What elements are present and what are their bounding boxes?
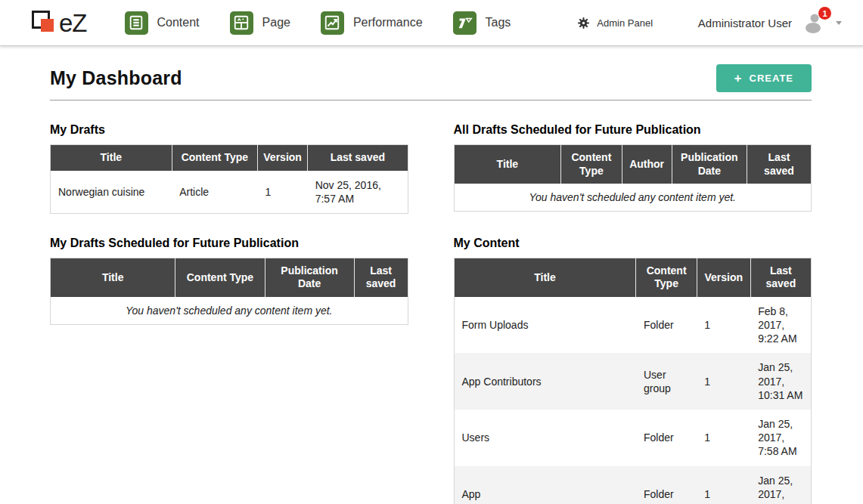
- chevron-down-icon[interactable]: [836, 21, 842, 25]
- admin-panel-button[interactable]: Admin Panel: [577, 17, 653, 29]
- table-row[interactable]: App ContributorsUser group1Jan 25, 2017,…: [454, 353, 812, 410]
- create-button[interactable]: + CREATE: [716, 64, 812, 92]
- user-menu[interactable]: Administrator User 1: [698, 12, 842, 33]
- my-drafts-table: TitleContent TypeVersionLast savedNorweg…: [50, 144, 408, 214]
- table-cell: 1: [697, 297, 750, 354]
- plus-icon: +: [734, 73, 743, 84]
- table-cell: Folder: [636, 466, 697, 504]
- column-header: Publication Date: [672, 145, 747, 184]
- gear-icon: [577, 17, 590, 29]
- table-cell: Jan 25, 2017, 10:31 AM: [750, 353, 811, 410]
- admin-panel-label: Admin Panel: [597, 17, 653, 29]
- table-cell: Feb 8, 2017, 9:22 AM: [750, 297, 811, 354]
- nav-label-performance: Performance: [353, 16, 423, 29]
- ez-logo-text: eZ: [59, 11, 87, 36]
- performance-icon: [321, 11, 344, 35]
- avatar[interactable]: 1: [802, 12, 825, 33]
- table-cell: App Contributors: [454, 353, 636, 410]
- section-my-drafts-scheduled: My Drafts Scheduled for Future Publicati…: [50, 237, 408, 504]
- column-header: Publication Date: [265, 258, 354, 297]
- column-header: Content Type: [172, 145, 257, 171]
- notification-badge[interactable]: 1: [818, 7, 831, 20]
- main-menu: Content Page Per: [125, 11, 511, 35]
- table-cell: Jan 25, 2017, 7:55 AM: [750, 466, 811, 504]
- table-cell: 1: [697, 466, 750, 504]
- table-cell: Norwegian cuisine: [51, 171, 172, 214]
- create-button-label: CREATE: [750, 73, 793, 84]
- table-cell: App: [454, 466, 636, 504]
- section-heading: My Drafts Scheduled for Future Publicati…: [50, 237, 408, 250]
- page-icon: [230, 11, 253, 35]
- ez-logo[interactable]: eZ: [30, 8, 87, 38]
- empty-state-message: You haven't scheduled any content item y…: [51, 297, 408, 325]
- ez-logo-icon: [30, 8, 59, 38]
- table-cell: Folder: [636, 297, 697, 354]
- table-row[interactable]: AppFolder1Jan 25, 2017, 7:55 AM: [454, 466, 812, 504]
- nav-item-performance[interactable]: Performance: [321, 11, 423, 35]
- table-row[interactable]: Norwegian cuisineArticle1Nov 25, 2016, 7…: [51, 171, 408, 214]
- nav-item-tags[interactable]: Tags: [453, 11, 511, 35]
- nav-label-page: Page: [262, 16, 290, 29]
- user-name: Administrator User: [698, 17, 792, 29]
- my-content-table: TitleContent TypeVersionLast savedForm U…: [454, 258, 812, 504]
- table-row[interactable]: Form UploadsFolder1Feb 8, 2017, 9:22 AM: [454, 297, 812, 354]
- my-drafts-scheduled-table: TitleContent TypePublication DateLast sa…: [50, 258, 408, 325]
- empty-state-row: You haven't scheduled any content item y…: [454, 184, 812, 212]
- page-title: My Dashboard: [50, 67, 182, 89]
- nav-item-content[interactable]: Content: [125, 11, 200, 35]
- table-cell: 1: [697, 353, 750, 410]
- column-header: Content Type: [175, 258, 265, 297]
- column-header: Author: [622, 145, 672, 184]
- table-cell: 1: [258, 171, 308, 214]
- table-cell: Users: [454, 410, 636, 466]
- column-header: Content Type: [636, 258, 697, 297]
- empty-state-row: You haven't scheduled any content item y…: [51, 297, 408, 325]
- page-header: My Dashboard + CREATE: [50, 64, 812, 100]
- column-header: Title: [454, 145, 561, 184]
- column-header: Title: [51, 258, 175, 297]
- all-drafts-scheduled-table: TitleContent TypeAuthorPublication DateL…: [454, 144, 812, 212]
- dashboard-grid: My Drafts TitleContent TypeVersionLast s…: [50, 123, 812, 504]
- column-header: Version: [697, 258, 750, 297]
- column-header: Last saved: [750, 258, 811, 297]
- table-cell: Jan 25, 2017, 7:58 AM: [750, 410, 811, 466]
- table-cell: User group: [636, 353, 697, 410]
- empty-state-message: You haven't scheduled any content item y…: [454, 184, 812, 212]
- table-cell: Form Uploads: [454, 297, 636, 354]
- column-header: Last saved: [308, 145, 408, 171]
- nav-label-tags: Tags: [486, 16, 511, 29]
- column-header: Version: [258, 145, 308, 171]
- section-heading: All Drafts Scheduled for Future Publicat…: [454, 123, 812, 137]
- tags-icon: [453, 11, 477, 35]
- column-header: Title: [51, 145, 172, 171]
- column-header: Content Type: [561, 145, 622, 184]
- column-header: Last saved: [747, 145, 811, 184]
- table-cell: 1: [697, 410, 750, 466]
- nav-label-content: Content: [157, 16, 200, 29]
- column-header: Title: [454, 258, 636, 297]
- column-header: Last saved: [354, 258, 408, 297]
- nav-item-page[interactable]: Page: [230, 11, 290, 35]
- top-navigation-bar: eZ Content: [0, 0, 863, 46]
- table-cell: Article: [172, 171, 257, 214]
- section-my-drafts: My Drafts TitleContent TypeVersionLast s…: [50, 123, 408, 214]
- table-cell: Nov 25, 2016, 7:57 AM: [308, 171, 408, 214]
- section-my-content: My Content TitleContent TypeVersionLast …: [454, 237, 812, 504]
- content-icon: [125, 11, 148, 35]
- section-all-drafts-scheduled: All Drafts Scheduled for Future Publicat…: [454, 123, 812, 214]
- section-heading: My Drafts: [50, 123, 408, 137]
- section-heading: My Content: [454, 237, 812, 250]
- table-row[interactable]: UsersFolder1Jan 25, 2017, 7:58 AM: [454, 410, 812, 466]
- table-cell: Folder: [636, 410, 697, 466]
- dashboard-page: My Dashboard + CREATE My Drafts TitleCon…: [0, 46, 863, 504]
